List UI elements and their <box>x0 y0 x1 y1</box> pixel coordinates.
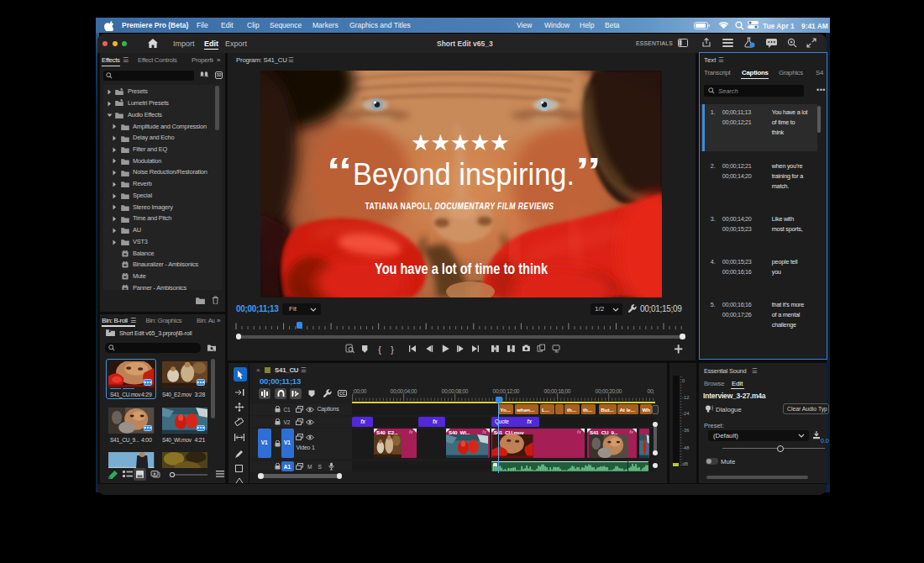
svg-text:★: ★ <box>490 130 510 155</box>
svg-text:★: ★ <box>470 130 491 155</box>
svg-text:★: ★ <box>450 130 470 155</box>
svg-text:”: ” <box>576 148 600 199</box>
svg-text:★: ★ <box>431 130 451 155</box>
svg-text:}: } <box>391 345 394 355</box>
svg-text:TATIANA NAPOLI, DOCUMENTARY FI: TATIANA NAPOLI, DOCUMENTARY FILM REVIEWS <box>365 202 554 211</box>
svg-text:{: { <box>378 345 381 355</box>
svg-text:“: “ <box>328 148 351 199</box>
svg-text:★: ★ <box>411 130 431 155</box>
svg-text:Beyond inspiring.: Beyond inspiring. <box>353 157 575 192</box>
svg-text:You have a lot of time to thin: You have a lot of time to think <box>375 260 548 277</box>
